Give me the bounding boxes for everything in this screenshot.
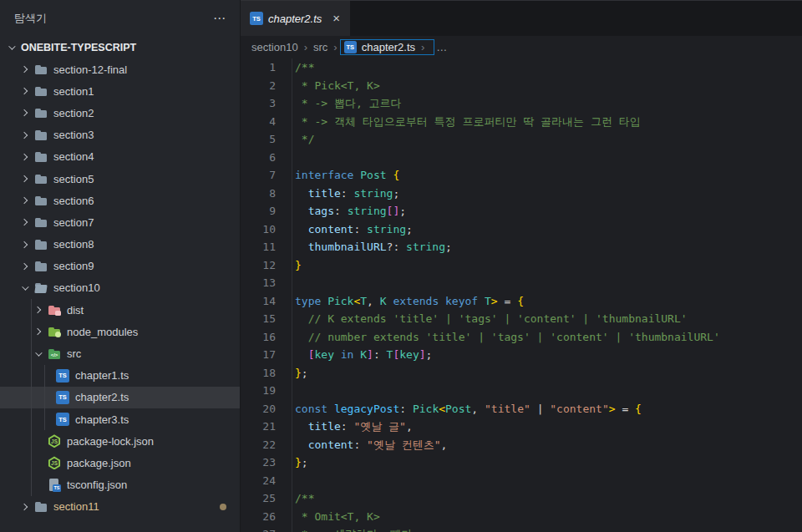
code-line-6[interactable]	[295, 149, 802, 167]
code-token	[295, 223, 308, 236]
tree-item-section2[interactable]: section2	[0, 102, 240, 124]
code-line-2[interactable]: * Pick<T, K>	[295, 77, 802, 95]
tree-item-label: section4	[53, 150, 94, 163]
code-line-11[interactable]: thumbnailURL?: string;	[295, 238, 802, 256]
tab-bar: TSchapter2.ts×	[241, 0, 802, 36]
code-line-12[interactable]: }	[295, 256, 802, 275]
tree-item-src[interactable]: </>src	[0, 342, 240, 364]
code-line-27[interactable]: * -> 생략하다, 빼다	[295, 525, 802, 532]
code-line-26[interactable]: * Omit<T, K>	[295, 508, 802, 526]
code-token: >	[609, 403, 616, 415]
line-number: 25	[241, 489, 292, 508]
tree-item-label: section2	[53, 107, 94, 119]
code-editor[interactable]: 1234567891011121314151617181920212223242…	[241, 58, 802, 532]
code-token: key	[399, 348, 419, 361]
chevron-right-icon	[21, 109, 28, 116]
code-content: /** * Pick<T, K> * -> 뽑다, 고르다 * -> 객체 타입…	[292, 58, 802, 532]
line-number-gutter: 1234567891011121314151617181920212223242…	[241, 58, 292, 532]
breadcrumb-item-chapter2.ts[interactable]: chapter2.ts	[362, 41, 415, 53]
code-line-7[interactable]: interface Post {	[295, 166, 802, 185]
code-token: :	[399, 403, 413, 415]
tree-item-chapter3.ts[interactable]: TSchapter3.ts	[0, 408, 240, 430]
code-token: type	[295, 295, 321, 307]
breadcrumb-item-src[interactable]: src	[313, 41, 327, 53]
code-line-3[interactable]: * -> 뽑다, 고르다	[295, 94, 802, 113]
breadcrumb-item-section10[interactable]: section10	[251, 41, 298, 53]
code-line-24[interactable]	[295, 472, 802, 490]
code-token: legacyPost	[334, 403, 399, 415]
chevron-right-icon	[34, 328, 41, 335]
tree-item-section11[interactable]: section11	[0, 496, 240, 518]
code-line-15[interactable]: // K extends 'title' | 'tags' | 'content…	[295, 310, 802, 328]
breadcrumb-separator-icon: ›	[333, 41, 337, 53]
line-number: 7	[241, 166, 292, 185]
code-line-1[interactable]: /**	[295, 58, 802, 77]
tree-item-section8[interactable]: section8	[0, 234, 240, 256]
folder-icon	[34, 260, 48, 273]
tree-item-section3[interactable]: section3	[0, 124, 240, 146]
tree-item-chapter2.ts[interactable]: TSchapter2.ts	[0, 387, 240, 408]
workspace-root-header[interactable]: ONEBITE-TYPESCRIPT	[0, 37, 240, 58]
tree-item-section4[interactable]: section4	[0, 146, 240, 168]
tree-item-chapter1.ts[interactable]: TSchapter1.ts	[0, 365, 240, 387]
code-line-8[interactable]: title: string;	[295, 185, 802, 203]
tree-item-section7[interactable]: section7	[0, 211, 240, 233]
line-number: 6	[241, 149, 292, 167]
tree-item-section6[interactable]: section6	[0, 190, 240, 211]
code-token: Pick	[327, 295, 353, 307]
tree-item-node_modules[interactable]: node_modules	[0, 321, 240, 342]
code-token	[295, 187, 308, 200]
code-line-10[interactable]: content: string;	[295, 220, 802, 239]
breadcrumb-separator-icon: ›	[304, 41, 307, 53]
folder-icon	[34, 500, 48, 514]
code-line-18[interactable]: };	[295, 364, 802, 383]
folder-icon	[34, 106, 48, 119]
tree-item-section1[interactable]: section1	[0, 80, 240, 102]
tab-close-icon[interactable]: ×	[330, 12, 343, 25]
code-line-21[interactable]: title: "옛날 글",	[295, 418, 802, 436]
tab-chapter2.ts[interactable]: TSchapter2.ts×	[241, 1, 350, 36]
code-line-4[interactable]: * -> 객체 타입으로부터 특정 프로퍼티만 딱 골라내는 그런 타입	[295, 113, 802, 131]
tree-item-label: package.json	[67, 457, 131, 469]
line-number: 17	[241, 346, 292, 364]
tree-item-section10[interactable]: section10	[0, 277, 240, 299]
line-number: 13	[241, 274, 292, 292]
code-line-9[interactable]: tags: string[];	[295, 202, 802, 220]
modified-dot-badge	[220, 504, 226, 510]
code-token: ?:	[387, 241, 406, 253]
code-line-19[interactable]	[295, 382, 802, 400]
code-token	[478, 295, 485, 307]
chevron-right-icon	[21, 131, 28, 138]
line-number: 27	[241, 525, 292, 532]
tree-item-tsconfig.json[interactable]: TStsconfig.json	[0, 474, 240, 496]
chevron-right-icon	[21, 154, 28, 160]
tree-item-package.json[interactable]: JSpackage.json	[0, 452, 240, 474]
ts-file-icon: TS	[250, 12, 263, 25]
code-token	[295, 348, 308, 361]
code-line-25[interactable]: /**	[295, 489, 802, 508]
code-line-13[interactable]	[295, 274, 802, 292]
folder-icon	[34, 194, 48, 207]
tree-item-section9[interactable]: section9	[0, 256, 240, 277]
code-token: >	[491, 295, 498, 307]
code-token: * -> 뽑다, 고르다	[295, 97, 402, 109]
code-token: =	[616, 403, 635, 415]
chevron-down-icon	[35, 349, 42, 356]
code-line-14[interactable]: type Pick<T, K extends keyof T> = {	[295, 292, 802, 311]
code-token	[295, 205, 308, 217]
code-line-23[interactable]: };	[295, 453, 802, 472]
tree-item-section-12-final[interactable]: section-12-final	[0, 58, 240, 80]
code-line-17[interactable]: [key in K]: T[key];	[295, 346, 802, 364]
tree-item-package-lock.json[interactable]: JSpackage-lock.json	[0, 430, 240, 452]
code-line-5[interactable]: */	[295, 130, 802, 149]
breadcrumb-item-ellipsis[interactable]: …	[436, 41, 448, 53]
code-token: content	[308, 223, 354, 236]
tree-item-section5[interactable]: section5	[0, 168, 240, 190]
code-line-20[interactable]: const legacyPost: Pick<Post, "title" | "…	[295, 400, 802, 418]
tree-item-label: chapter2.ts	[75, 391, 129, 403]
more-actions-icon[interactable]: ⋯	[213, 14, 226, 23]
code-line-22[interactable]: content: "옛날 컨텐츠",	[295, 436, 802, 454]
tree-item-dist[interactable]: dist	[0, 299, 240, 321]
code-token: title	[308, 187, 341, 200]
code-line-16[interactable]: // number extends 'title' | 'tags' | 'co…	[295, 328, 802, 347]
